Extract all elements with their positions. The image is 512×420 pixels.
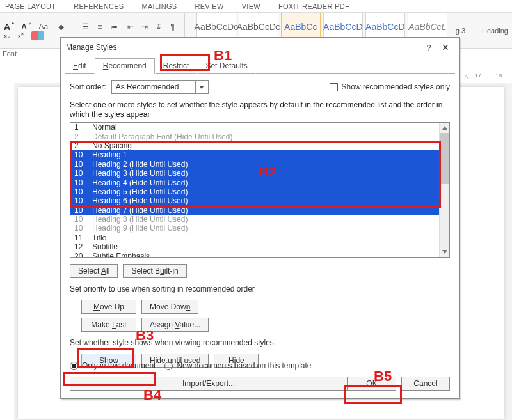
style-name: Heading 5 (Hide Until Used) bbox=[92, 187, 188, 196]
tab-set-defaults[interactable]: Set Defaults bbox=[197, 58, 255, 74]
style-list-row[interactable]: 20Subtle Emphasis bbox=[70, 251, 439, 257]
font-group-label: Font bbox=[3, 50, 17, 58]
cancel-button[interactable]: Cancel bbox=[401, 377, 450, 391]
style-priority: 10 bbox=[74, 187, 87, 196]
style-priority: 10 bbox=[74, 150, 87, 159]
assign-value-button[interactable]: Assign Value... bbox=[141, 318, 209, 332]
scroll-up-icon[interactable] bbox=[440, 123, 449, 133]
ruler-marker-icon[interactable]: △ bbox=[464, 74, 468, 80]
dialog-footer: Only in this document New documents base… bbox=[61, 355, 459, 398]
show-recommended-only-checkbox[interactable]: Show recommended styles only bbox=[330, 82, 450, 91]
style-list-row[interactable]: 10Heading 8 (Hide Until Used) bbox=[70, 215, 439, 224]
style-priority: 20 bbox=[74, 252, 87, 257]
text-effects-icon[interactable] bbox=[31, 31, 44, 40]
scroll-down-icon[interactable] bbox=[440, 247, 449, 257]
style-name: Heading 3 (Hide Until Used) bbox=[92, 169, 188, 178]
dialog-body: Sort order: As Recommended Show recommen… bbox=[61, 74, 459, 379]
subscript-button[interactable]: x₂ bbox=[4, 32, 10, 40]
style-name: Subtitle bbox=[92, 242, 118, 251]
ribbon-tab-view[interactable]: VIEW bbox=[242, 3, 260, 10]
manage-styles-dialog: Manage Styles ? ✕ Edit Recommend Restric… bbox=[60, 37, 460, 399]
tab-restrict[interactable]: Restrict bbox=[155, 58, 198, 74]
move-up-button[interactable]: Move Up bbox=[81, 300, 136, 314]
ruler-tick-18: 18 bbox=[495, 72, 502, 79]
select-all-button[interactable]: Select All bbox=[70, 264, 118, 278]
style-list-row[interactable]: 2Default Paragraph Font (Hide Until Used… bbox=[70, 132, 439, 141]
list-buttons: ☰ ≡ ≔ bbox=[81, 22, 119, 32]
new-documents-radio[interactable]: New documents based on this template bbox=[164, 361, 311, 370]
listbox-scrollbar[interactable] bbox=[439, 123, 449, 257]
show-recommended-only-label: Show recommended styles only bbox=[342, 82, 450, 91]
move-down-button[interactable]: Move Down bbox=[141, 300, 198, 314]
style-list-row[interactable]: 10Heading 2 (Hide Until Used) bbox=[70, 160, 439, 169]
style-chip-normal[interactable]: AaBbCcDc bbox=[196, 13, 236, 41]
style-names-row: g 3 Heading bbox=[456, 27, 508, 35]
style-gallery[interactable]: AaBbCcDc AaBbCcDc AaBbCc AaBbCcD AaBbCcD… bbox=[196, 13, 447, 41]
multilevel-icon[interactable]: ≔ bbox=[109, 22, 119, 32]
style-list-row[interactable]: 12Subtitle bbox=[70, 242, 439, 251]
ribbon-tabs: PAGE LAYOUT REFERENCES MAILINGS REVIEW V… bbox=[0, 0, 512, 13]
ribbon-tab-page-layout[interactable]: PAGE LAYOUT bbox=[5, 3, 56, 10]
style-list-row[interactable]: 2No Spacing bbox=[70, 141, 439, 150]
instructions-text: Select one or more styles to set whether… bbox=[70, 100, 450, 120]
pilcrow-icon[interactable]: ¶ bbox=[168, 22, 178, 32]
radio-icon bbox=[70, 362, 78, 370]
import-export-button[interactable]: Import/Export... bbox=[70, 377, 348, 391]
clear-formatting-icon[interactable]: ◆ bbox=[56, 21, 67, 33]
style-list-row[interactable]: 10Heading 5 (Hide Until Used) bbox=[70, 187, 439, 196]
numbering-icon[interactable]: ≡ bbox=[95, 22, 105, 32]
style-list-row[interactable]: 10Heading 7 (Hide Until Used) bbox=[70, 206, 439, 215]
indent-right-icon[interactable]: ⇥ bbox=[140, 22, 150, 32]
chevron-down-icon[interactable] bbox=[195, 81, 208, 93]
style-list-row[interactable]: 10Heading 3 (Hide Until Used) bbox=[70, 169, 439, 178]
style-chip-heading2[interactable]: AaBbCcD bbox=[323, 13, 363, 41]
style-list-row[interactable]: 1Normal bbox=[70, 123, 439, 132]
ok-button[interactable]: OK bbox=[348, 377, 396, 391]
select-builtin-button[interactable]: Select Built-in bbox=[123, 264, 186, 278]
style-list-row[interactable]: 10Heading 9 (Hide Until Used) bbox=[70, 224, 439, 233]
style-chip-heading3[interactable]: AaBbCcD bbox=[365, 13, 405, 41]
ribbon-tab-foxit[interactable]: FOXIT READER PDF bbox=[278, 3, 349, 10]
sort-order-combo[interactable]: As Recommended bbox=[111, 80, 209, 94]
style-priority: 10 bbox=[74, 160, 87, 169]
style-name: Heading 1 bbox=[92, 150, 127, 159]
superscript-button[interactable]: x² bbox=[18, 32, 24, 40]
style-list-row[interactable]: 10Heading 6 (Hide Until Used) bbox=[70, 196, 439, 205]
make-last-button[interactable]: Make Last bbox=[81, 318, 136, 332]
style-priority: 2 bbox=[74, 141, 87, 150]
style-list-row[interactable]: 11Title bbox=[70, 233, 439, 242]
ribbon-row2: x₂ x² bbox=[0, 28, 44, 43]
dialog-titlebar[interactable]: Manage Styles ? ✕ bbox=[61, 38, 459, 58]
sort-icon[interactable]: ↧ bbox=[154, 22, 164, 32]
style-list-row[interactable]: 10Heading 4 (Hide Until Used) bbox=[70, 178, 439, 187]
new-documents-label: New documents based on this template bbox=[177, 361, 311, 370]
ribbon-tab-review[interactable]: REVIEW bbox=[195, 3, 223, 10]
style-name: Heading 9 (Hide Until Used) bbox=[92, 224, 188, 233]
style-priority: 11 bbox=[74, 233, 87, 242]
bullets-icon[interactable]: ☰ bbox=[81, 22, 91, 32]
priority-section-label: Set priority to use when sorting in reco… bbox=[70, 284, 450, 293]
tab-edit[interactable]: Edit bbox=[65, 58, 95, 74]
ribbon-tab-references[interactable]: REFERENCES bbox=[74, 3, 124, 10]
indent-left-icon[interactable]: ⇤ bbox=[125, 22, 136, 32]
dialog-tabs: Edit Recommend Restrict Set Defaults bbox=[61, 58, 459, 74]
ribbon-separator bbox=[184, 13, 185, 41]
style-chip-heading1[interactable]: AaBbCc bbox=[281, 13, 321, 41]
sort-order-value: As Recommended bbox=[112, 82, 195, 91]
dialog-title: Manage Styles bbox=[66, 43, 422, 52]
style-name: Heading 6 (Hide Until Used) bbox=[92, 196, 188, 205]
style-list-row[interactable]: 10Heading 1 bbox=[70, 150, 439, 159]
checkbox-icon bbox=[330, 83, 338, 91]
style-priority: 10 bbox=[74, 178, 87, 187]
only-this-document-radio[interactable]: Only in this document bbox=[70, 361, 156, 370]
scroll-thumb[interactable] bbox=[440, 133, 449, 184]
visibility-section-label: Set whether style shows when viewing rec… bbox=[70, 338, 450, 347]
close-button[interactable]: ✕ bbox=[436, 40, 455, 54]
tab-recommend[interactable]: Recommend bbox=[95, 58, 155, 74]
help-button[interactable]: ? bbox=[422, 43, 436, 52]
ribbon-tab-mailings[interactable]: MAILINGS bbox=[142, 3, 177, 10]
style-chip-nospacing[interactable]: AaBbCcDc bbox=[239, 13, 278, 41]
style-name: Heading 7 (Hide Until Used) bbox=[92, 206, 188, 215]
styles-listbox[interactable]: 1Normal2Default Paragraph Font (Hide Unt… bbox=[70, 122, 450, 258]
style-chip-subtitle[interactable]: AaBbCcL bbox=[408, 13, 447, 41]
